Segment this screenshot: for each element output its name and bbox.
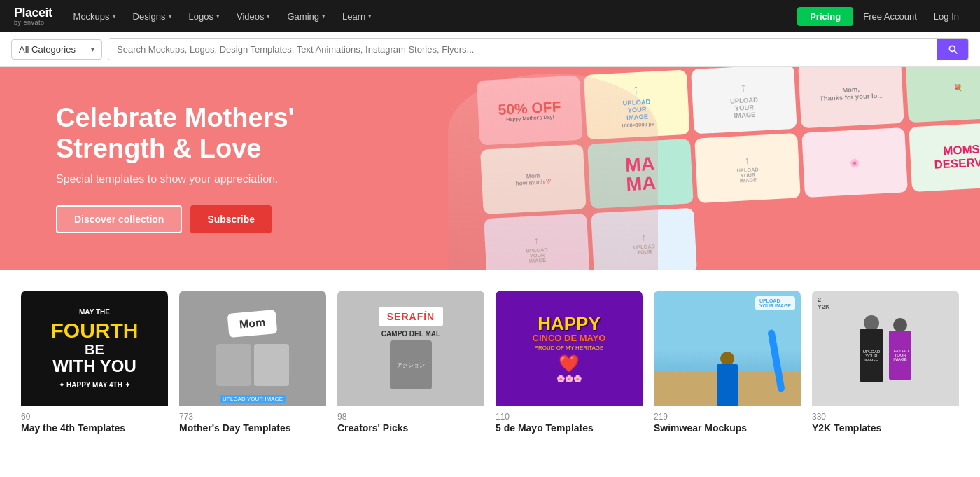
log-in-link[interactable]: Log In	[927, 11, 966, 22]
logo-text: Placeit	[14, 6, 52, 19]
collection-count: 219	[654, 412, 801, 422]
collections-section: MAY THE FOURTH BE WITH YOU ✦ HAPPY MAY 4…	[0, 270, 980, 451]
collection-count: 330	[812, 412, 959, 422]
nav-item-learn[interactable]: Learn ▾	[335, 0, 379, 32]
collection-count: 60	[21, 412, 168, 422]
search-input-wrap	[108, 38, 969, 60]
collection-count: 773	[179, 412, 326, 422]
mosaic-card: MOMSDESERVE	[909, 122, 980, 192]
collection-thumb-y2k: UPLOADYOURIMAGE UPLOADYOURIMAGE 2Y2K	[812, 291, 959, 406]
nav-item-gaming[interactable]: Gaming ▾	[280, 0, 332, 32]
collection-thumb-cinco: HAPPY CINCO DE MAYO PROUD OF MY HERITAGE…	[496, 291, 643, 406]
free-account-link[interactable]: Free Account	[856, 11, 924, 22]
collection-info: 219 Swimwear Mockups	[654, 406, 801, 437]
hero-image-area: 50% OFFHappy Mother's Day! ↑ UPLOADYOURI…	[434, 67, 980, 270]
hero-subtitle: Special templates to show your appreciat…	[56, 173, 295, 186]
collection-card-swimwear[interactable]: UPLOADYOUR IMAGE 219 Swimwear Mockups	[654, 291, 801, 437]
mosaic-card: Mom,Thanks for your lo...	[798, 67, 904, 128]
collection-info: 110 5 de Mayo Templates	[496, 406, 643, 437]
collection-info: 330 Y2K Templates	[812, 406, 959, 437]
chevron-down-icon: ▾	[113, 13, 116, 20]
hero-title: Celebrate Mothers'Strength & Love	[56, 103, 295, 164]
collection-thumb-creators: SERAFÍN CAMPO DEL MAL アクション	[337, 291, 484, 406]
discover-collection-button[interactable]: Discover collection	[56, 205, 182, 233]
collection-thumb-mothers-day: Mom UPLOAD YOUR IMAGE	[179, 291, 326, 406]
hero-banner: Celebrate Mothers'Strength & Love Specia…	[0, 67, 980, 270]
collection-name: Swimwear Mockups	[654, 422, 747, 434]
collection-name: Creators' Picks	[337, 422, 408, 434]
category-select[interactable]: All Categories ▾	[11, 39, 102, 60]
search-icon	[947, 43, 958, 55]
collection-info: 98 Creators' Picks	[337, 406, 484, 437]
chevron-down-icon: ▾	[169, 13, 172, 20]
subscribe-button[interactable]: Subscribe	[190, 205, 272, 233]
search-input[interactable]	[108, 39, 937, 60]
nav-item-designs[interactable]: Designs ▾	[126, 0, 179, 32]
collection-card-creators[interactable]: SERAFÍN CAMPO DEL MAL アクション 98 Creators'…	[337, 291, 484, 437]
collection-info: 773 Mother's Day Templates	[179, 406, 326, 437]
collections-grid: MAY THE FOURTH BE WITH YOU ✦ HAPPY MAY 4…	[21, 291, 959, 437]
search-bar: All Categories ▾	[0, 32, 980, 67]
chevron-down-icon: ▾	[322, 13, 326, 20]
chevron-down-icon: ▾	[368, 13, 372, 20]
pricing-button[interactable]: Pricing	[797, 7, 853, 26]
collection-card-may4th[interactable]: MAY THE FOURTH BE WITH YOU ✦ HAPPY MAY 4…	[21, 291, 168, 437]
collection-card-y2k[interactable]: UPLOADYOURIMAGE UPLOADYOURIMAGE 2Y2K 330…	[812, 291, 959, 437]
mosaic-card: ↑ UPLOADYOURIMAGE	[691, 67, 797, 134]
collection-card-cinco[interactable]: HAPPY CINCO DE MAYO PROUD OF MY HERITAGE…	[496, 291, 643, 437]
collection-info: 60 May the 4th Templates	[21, 406, 168, 437]
collection-count: 110	[496, 412, 643, 422]
chevron-down-icon: ▾	[216, 13, 220, 20]
mosaic-card: 💐	[905, 67, 980, 123]
mosaic-card: 🌸	[802, 127, 908, 198]
collection-card-mothers-day[interactable]: Mom UPLOAD YOUR IMAGE 773 Mother's Day T…	[179, 291, 326, 437]
mosaic-card: ↑ UPLOADYOURIMAGE	[694, 133, 801, 203]
nav-item-logos[interactable]: Logos ▾	[182, 0, 227, 32]
nav-item-videos[interactable]: Videos ▾	[230, 0, 278, 32]
nav-item-mockups[interactable]: Mockups ▾	[66, 0, 123, 32]
logo[interactable]: Placeit by envato	[14, 6, 52, 26]
collection-name: May the 4th Templates	[21, 422, 125, 434]
search-button[interactable]	[937, 39, 968, 60]
collection-count: 98	[337, 412, 484, 422]
collection-thumb-swimwear: UPLOADYOUR IMAGE	[654, 291, 801, 406]
collection-name: Y2K Templates	[812, 422, 881, 434]
navbar: Placeit by envato Mockups ▾ Designs ▾ Lo…	[0, 0, 980, 32]
hero-buttons: Discover collection Subscribe	[56, 205, 295, 233]
collection-name: 5 de Mayo Templates	[496, 422, 594, 434]
chevron-down-icon: ▾	[267, 13, 270, 20]
hero-content: Celebrate Mothers'Strength & Love Specia…	[0, 75, 351, 261]
chevron-down-icon: ▾	[91, 46, 94, 53]
collection-thumb-may4th: MAY THE FOURTH BE WITH YOU ✦ HAPPY MAY 4…	[21, 291, 168, 406]
logo-sub: by envato	[14, 19, 52, 26]
collection-name: Mother's Day Templates	[179, 422, 290, 434]
